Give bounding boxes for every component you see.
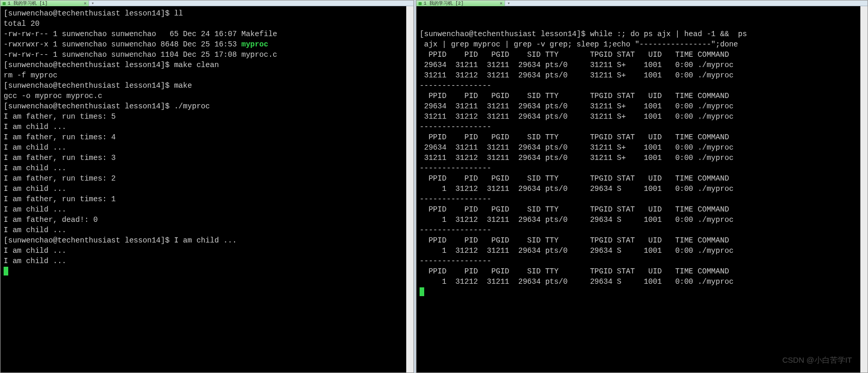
terminal-line: 31211 31212 31211 29634 pts/0 31211 S+ 1…: [420, 153, 857, 163]
terminal-line: ----------------: [420, 80, 857, 91]
terminal-line: 1 31212 31211 29634 pts/0 29634 S 1001 0…: [420, 277, 857, 287]
terminal-line: 1 31212 31211 29634 pts/0 29634 S 1001 0…: [420, 215, 857, 225]
terminal-line: [sunwenchao@techenthusiast lesson14]$ I …: [4, 235, 403, 246]
terminal-line: I am father, dead!: 0: [4, 215, 403, 225]
terminal-line: [sunwenchao@techenthusiast lesson14]$ wh…: [420, 29, 857, 39]
terminal-line: 29634 31211 31211 29634 pts/0 31211 S+ 1…: [420, 60, 857, 70]
terminal-line: 29634 31211 31211 29634 pts/0 31211 S+ 1…: [420, 142, 857, 153]
terminal-line: total 20: [4, 19, 403, 29]
titlebar-left: 1 我的学习机 [1] ✕ ▾: [1, 1, 413, 6]
terminal-line: ----------------: [420, 163, 857, 173]
tab-right[interactable]: 1 我的学习机 [2] ✕: [416, 1, 505, 6]
terminal-line: I am father, run times: 3: [4, 153, 403, 163]
terminal-line: -rwxrwxr-x 1 sunwenchao sunwenchao 8648 …: [4, 39, 403, 50]
terminal-line: -rw-rw-r-- 1 sunwenchao sunwenchao 1104 …: [4, 50, 403, 60]
close-icon[interactable]: ✕: [500, 1, 503, 6]
terminal-line: I am child ...: [4, 246, 403, 256]
terminal-line: [sunwenchao@techenthusiast lesson14]$ ./…: [4, 101, 403, 111]
status-dot-icon: [419, 2, 422, 5]
terminal-line: ----------------: [420, 194, 857, 204]
terminal-line: rm -f myproc: [4, 70, 403, 80]
terminal-window-left: 1 我的学习机 [1] ✕ ▾ [sunwenchao@techenthusia…: [0, 0, 414, 373]
terminal-line: 1 31212 31211 29634 pts/0 29634 S 1001 0…: [420, 184, 857, 194]
terminal-line: I am father, run times: 4: [4, 132, 403, 142]
terminal-line: [sunwenchao@techenthusiast lesson14]$ ma…: [4, 60, 403, 70]
terminal-right[interactable]: [sunwenchao@techenthusiast lesson14]$ wh…: [416, 6, 860, 372]
terminal-line: I am child ...: [4, 204, 403, 215]
terminal-line: 31211 31212 31211 29634 pts/0 31211 S+ 1…: [420, 111, 857, 122]
terminal-line: 31211 31212 31211 29634 pts/0 31211 S+ 1…: [420, 70, 857, 80]
terminal-line: PPID PID PGID SID TTY TPGID STAT UID TIM…: [420, 132, 857, 142]
titlebar-right: 1 我的学习机 [2] ✕ ▾: [416, 1, 867, 6]
terminal-line: I am father, run times: 1: [4, 194, 403, 204]
status-dot-icon: [3, 2, 6, 5]
terminal-window-right: 1 我的学习机 [2] ✕ ▾ [sunwenchao@techenthusia…: [416, 0, 868, 373]
terminal-line: I am child ...: [4, 163, 403, 173]
terminal-line: ----------------: [420, 122, 857, 132]
terminal-left[interactable]: [sunwenchao@techenthusiast lesson14]$ ll…: [1, 6, 406, 372]
watermark: CSDN @小白苦学IT: [782, 355, 852, 365]
terminal-line: PPID PID PGID SID TTY TPGID STAT UID TIM…: [420, 173, 857, 184]
terminal-line: I am child ...: [4, 184, 403, 194]
terminal-line: -rw-rw-r-- 1 sunwenchao sunwenchao 65 De…: [4, 29, 403, 39]
close-icon[interactable]: ✕: [84, 1, 87, 6]
terminal-line: [sunwenchao@techenthusiast lesson14]$ ma…: [4, 80, 403, 91]
terminal-line: gcc -o myproc myproc.c: [4, 91, 403, 101]
add-tab-button[interactable]: ▾: [505, 1, 512, 6]
scrollbar-left[interactable]: [406, 6, 413, 372]
terminal-line: ----------------: [420, 256, 857, 266]
terminal-line: I am child ...: [4, 256, 403, 266]
terminal-line: ----------------: [420, 225, 857, 235]
terminal-line: PPID PID PGID SID TTY TPGID STAT UID TIM…: [420, 204, 857, 215]
terminal-line: [4, 266, 403, 277]
terminal-line: PPID PID PGID SID TTY TPGID STAT UID TIM…: [420, 50, 857, 60]
desktop: 1 我的学习机 [1] ✕ ▾ [sunwenchao@techenthusia…: [0, 0, 868, 373]
terminal-line: ajx | grep myproc | grep -v grep; sleep …: [420, 39, 857, 50]
terminal-line: PPID PID PGID SID TTY TPGID STAT UID TIM…: [420, 266, 857, 277]
terminal-line: I am child ...: [4, 122, 403, 132]
terminal-line: 29634 31211 31211 29634 pts/0 31211 S+ 1…: [420, 101, 857, 111]
cursor: [4, 267, 8, 275]
terminal-line: [sunwenchao@techenthusiast lesson14]$ ll: [4, 8, 403, 19]
terminal-line: 1 31212 31211 29634 pts/0 29634 S 1001 0…: [420, 246, 857, 256]
tab-left[interactable]: 1 我的学习机 [1] ✕: [1, 1, 89, 6]
terminal-line: I am father, run times: 5: [4, 111, 403, 122]
cursor: [420, 287, 424, 296]
terminal-line: I am child ...: [4, 142, 403, 153]
terminal-line: I am child ...: [4, 225, 403, 235]
terminal-line: PPID PID PGID SID TTY TPGID STAT UID TIM…: [420, 235, 857, 246]
scrollbar-right[interactable]: [860, 6, 867, 372]
terminal-line: [420, 287, 857, 297]
terminal-line: I am father, run times: 2: [4, 173, 403, 184]
add-tab-button[interactable]: ▾: [89, 1, 96, 6]
terminal-line: PPID PID PGID SID TTY TPGID STAT UID TIM…: [420, 91, 857, 101]
